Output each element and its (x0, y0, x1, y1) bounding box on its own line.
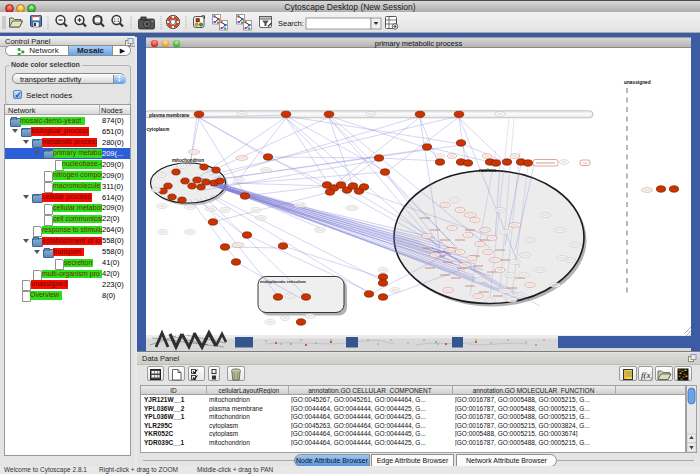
svg-text:f(x): f(x) (641, 370, 652, 380)
svg-text:nucleus: nucleus (479, 168, 497, 173)
svg-text:cytoplasm: cytoplasm (147, 127, 170, 132)
svg-text:endoplasmic reticulum: endoplasmic reticulum (260, 279, 306, 284)
svg-text:plasma membrane: plasma membrane (149, 113, 190, 118)
svg-text:Search:: Search: (278, 19, 304, 28)
svg-text:mitochondrion: mitochondrion (172, 158, 204, 163)
svg-text:1:1: 1:1 (113, 18, 120, 23)
svg-text:unassigned: unassigned (624, 80, 651, 85)
